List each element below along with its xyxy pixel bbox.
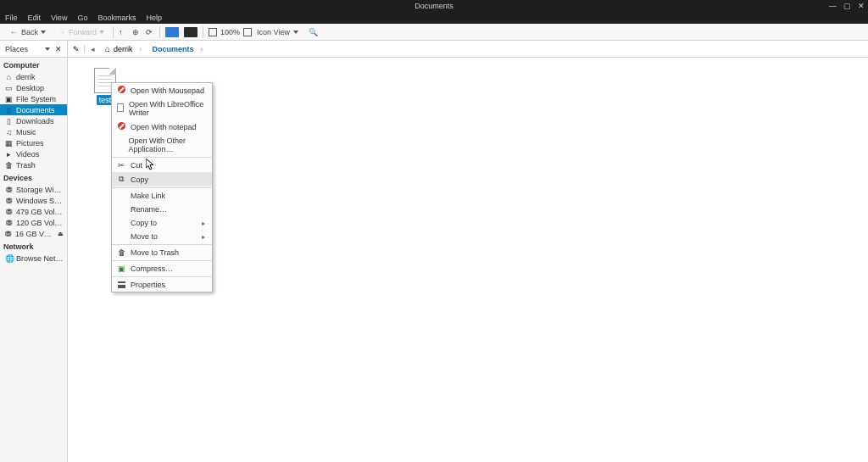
view-toggle-normal[interactable] — [165, 27, 179, 37]
ctx-open-mousepad[interactable]: Open With Mousepad — [112, 83, 212, 97]
videos-icon: ▸ — [5, 150, 13, 159]
ctx-rename[interactable]: Rename… — [112, 203, 212, 216]
view-toggle-alt[interactable] — [184, 27, 198, 37]
ctx-compress[interactable]: ▣Compress… — [112, 262, 212, 276]
sidebar-item-drive[interactable]: ⛃Windows SSD sto… — [0, 195, 67, 206]
close-button[interactable]: ✕ — [858, 2, 865, 10]
music-icon: ♫ — [5, 128, 13, 136]
places-label: Places — [5, 45, 28, 53]
minimize-button[interactable]: — — [829, 2, 837, 10]
sidebar-item-drive[interactable]: ⛃16 GB Volu…⏏ — [0, 228, 67, 239]
sidebar-item-pictures[interactable]: ▦Pictures — [0, 137, 67, 148]
menu-bar: File Edit View Go Bookmarks Help — [0, 12, 868, 24]
properties-icon — [117, 281, 125, 289]
reload-button[interactable]: ⟳ — [146, 28, 154, 36]
forward-label: Forward — [69, 28, 97, 36]
ctx-open-other[interactable]: Open With Other Application… — [112, 134, 212, 156]
sidebar-item-drive[interactable]: ⛃Storage Windows — [0, 184, 67, 195]
ctx-move-trash[interactable]: 🗑Move to Trash — [112, 246, 212, 259]
location-bar: Places ✕ ✎ ◂ ⌂ derrik › Documents › — [0, 41, 868, 58]
window-title: Documents — [415, 2, 453, 10]
caret-down-icon — [293, 31, 298, 34]
submenu-arrow-icon: ▸ — [202, 220, 205, 227]
zoom-out-icon — [209, 28, 217, 36]
path-back-button[interactable]: ◂ — [85, 45, 100, 53]
app-icon — [117, 86, 125, 95]
drive-icon: ⛃ — [5, 197, 13, 205]
places-header: Places ✕ — [0, 41, 68, 57]
ctx-make-link[interactable]: Make Link — [112, 189, 212, 203]
disk-icon: ▣ — [5, 95, 13, 103]
breadcrumb: ⌂ derrik › Documents › — [100, 44, 209, 53]
zoom-control[interactable]: 100% — [209, 28, 252, 36]
edit-path-button[interactable]: ✎ — [68, 45, 85, 53]
chevron-right-icon: › — [201, 45, 203, 53]
forward-button[interactable]: → Forward — [54, 26, 108, 38]
menu-view[interactable]: View — [51, 14, 67, 22]
menu-help[interactable]: Help — [146, 14, 162, 22]
path-toolbar: ✎ ◂ ⌂ derrik › Documents › — [68, 41, 209, 57]
sidebar-item-downloads[interactable]: ▯Downloads — [0, 115, 67, 126]
ctx-open-notepad[interactable]: Open With notepad — [112, 120, 212, 134]
sidebar-section-network: Network — [0, 239, 67, 253]
ctx-properties[interactable]: Properties — [112, 278, 212, 292]
title-bar: Documents — ▢ ✕ — [0, 0, 868, 12]
sidebar-item-browse-network[interactable]: 🌐Browse Network — [0, 253, 67, 264]
menu-file[interactable]: File — [5, 14, 18, 22]
ctx-move-to[interactable]: Move to▸ — [112, 230, 212, 243]
chevron-right-icon: › — [140, 45, 142, 53]
menu-edit[interactable]: Edit — [28, 14, 42, 22]
home-button[interactable]: ⊕ — [132, 28, 141, 36]
sidebar-item-home[interactable]: ⌂derrik — [0, 71, 67, 82]
context-menu: Open With Mousepad Open With LibreOffice… — [111, 82, 213, 292]
eject-icon[interactable]: ⏏ — [58, 231, 64, 237]
sidebar-item-desktop[interactable]: ▭Desktop — [0, 82, 67, 93]
menu-bookmarks[interactable]: Bookmarks — [97, 14, 136, 22]
window-buttons: — ▢ ✕ — [829, 0, 865, 12]
drive-icon: ⛃ — [5, 208, 13, 216]
sidebar-item-music[interactable]: ♫Music — [0, 126, 67, 137]
drive-icon: ⛃ — [5, 219, 13, 227]
sidebar-item-documents[interactable]: ▯Documents — [0, 104, 67, 115]
folder-icon: ▯ — [5, 117, 13, 125]
crumb-home[interactable]: ⌂ derrik › — [100, 44, 147, 53]
arrow-left-icon: ← — [10, 28, 19, 36]
view-mode-dropdown[interactable]: Icon View — [257, 28, 298, 36]
separator — [113, 26, 114, 38]
trash-icon: 🗑 — [5, 161, 13, 170]
ctx-copy[interactable]: ⧉Copy — [112, 172, 212, 186]
arrow-right-icon: → — [58, 28, 66, 36]
caret-down-icon — [99, 31, 104, 34]
document-icon — [117, 103, 124, 114]
sidebar-item-drive[interactable]: ⛃479 GB Volume — [0, 206, 67, 217]
ctx-open-writer[interactable]: Open With LibreOffice Writer — [112, 97, 212, 120]
archive-icon: ▣ — [117, 264, 125, 273]
back-label: Back — [21, 28, 38, 36]
crumb-user-label: derrik — [114, 45, 133, 53]
pictures-icon: ▦ — [5, 139, 13, 148]
sidebar-item-videos[interactable]: ▸Videos — [0, 148, 67, 159]
sidebar-item-trash[interactable]: 🗑Trash — [0, 159, 67, 170]
search-button[interactable]: 🔍 — [309, 28, 317, 36]
trash-icon: 🗑 — [117, 248, 125, 257]
view-mode-label: Icon View — [257, 28, 290, 36]
sidebar-close-button[interactable]: ✕ — [55, 45, 62, 53]
caret-down-icon[interactable] — [45, 47, 50, 51]
back-button[interactable]: ← Back — [7, 26, 49, 38]
sidebar-item-drive[interactable]: ⛃120 GB Volume — [0, 217, 67, 228]
globe-icon: 🌐 — [5, 254, 13, 263]
submenu-arrow-icon: ▸ — [202, 233, 205, 241]
home-icon: ⌂ — [5, 73, 13, 81]
ctx-copy-to[interactable]: Copy to▸ — [112, 216, 212, 230]
separator — [159, 26, 160, 38]
caret-down-icon — [41, 31, 46, 34]
crumb-documents[interactable]: Documents › — [147, 45, 209, 53]
sidebar-item-filesystem[interactable]: ▣File System — [0, 93, 67, 104]
ctx-cut[interactable]: ✂Cut — [112, 159, 212, 172]
menu-go[interactable]: Go — [77, 14, 87, 22]
maximize-button[interactable]: ▢ — [843, 2, 851, 10]
toolbar: ← Back → Forward ↑ ⊕ ⟳ 100% Icon View 🔍 — [0, 24, 868, 41]
up-button[interactable]: ↑ — [119, 28, 127, 36]
desktop-icon: ▭ — [5, 84, 13, 92]
home-icon: ⌂ — [105, 44, 110, 53]
